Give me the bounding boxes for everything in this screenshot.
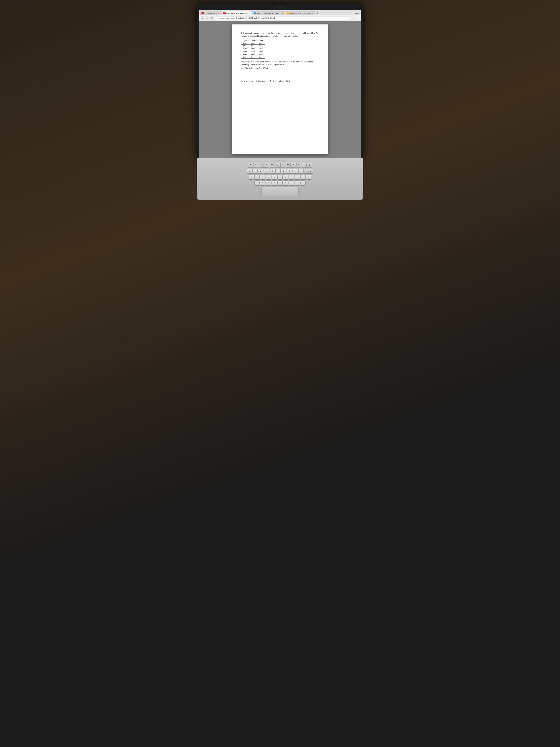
back-button[interactable]: ‹ — [201, 16, 204, 20]
key-f[interactable]: F — [260, 180, 265, 186]
col-header-a: City A — [241, 39, 249, 42]
tab-bar: In Person Final ✕ Math 21 Final – Fall 2… — [199, 10, 361, 16]
key-f2[interactable]: ✦F2 — [248, 163, 253, 168]
cell-c5: 44000 — [257, 53, 265, 56]
key-f12[interactable]: 🔊F12 — [302, 163, 307, 168]
key-f4[interactable]: ⠿⠿F4 — [259, 163, 264, 168]
tab-close-2[interactable]: ✕ — [248, 12, 250, 15]
key-0[interactable]: )0 — [287, 169, 292, 174]
key-p[interactable]: P — [289, 175, 294, 180]
test-stat-label: Test Stat: 2.47 — [241, 67, 253, 69]
table-row: 45000 41500 49000 — [241, 50, 265, 53]
cell-a5: 46500 — [241, 53, 249, 56]
table-row: 49500 44000 51000 — [241, 56, 265, 58]
key-4[interactable]: $4 — [252, 169, 258, 174]
screen-inner: In Person Final ✕ Math 21 Final – Fall 2… — [199, 10, 361, 158]
pdf-favicon-2 — [223, 12, 225, 15]
drive-favicon — [287, 12, 289, 15]
keyboard: ✦F2 ⊞F3 ⠿⠿F4 ☀-F5 ☀+F6 ◄◄F7 ▶‖F8 ▶▶F9 ◀F… — [201, 163, 359, 186]
touchpad[interactable] — [262, 187, 298, 196]
cell-a2: 37000 — [241, 45, 249, 47]
tab-close-1[interactable]: ✕ — [218, 12, 220, 15]
key-y[interactable]: Y — [266, 175, 271, 180]
key-g[interactable]: G — [266, 180, 271, 186]
browser-chrome: In Person Final ✕ Math 21 Final – Fall 2… — [199, 10, 361, 21]
tab-close-3[interactable]: ✕ — [282, 12, 284, 15]
key-r[interactable]: R — [255, 175, 260, 180]
number-key-row: #3 $4 %5 ^6 &7 *8 (9 )0 _- += delete — [201, 169, 359, 174]
cell-c4: 49000 — [257, 50, 265, 53]
cell-b3: 40000 — [249, 47, 257, 50]
cell-a1: 42000 — [241, 42, 249, 45]
key-f5[interactable]: ☀-F5 — [264, 163, 269, 168]
key-delete[interactable]: delete — [304, 169, 313, 174]
address-input[interactable] — [215, 16, 350, 20]
key-t[interactable]: T — [260, 175, 265, 180]
test-stat-text: Test Stat: 2.47 p-value: 0.1178 — [241, 67, 319, 69]
tab-random-sample[interactable]: A random sample of 100 COS ✕ — [252, 11, 285, 16]
key-8[interactable]: *8 — [275, 169, 281, 174]
key-7[interactable]: &7 — [270, 169, 275, 174]
key-f6[interactable]: ☀+F6 — [270, 163, 274, 168]
key-f9[interactable]: ▶▶F9 — [286, 163, 291, 168]
key-u[interactable]: U — [272, 175, 277, 180]
camera-dot — [279, 7, 281, 8]
key-semicolon[interactable]: :; — [295, 180, 300, 186]
extra-tab[interactable]: chase — [352, 11, 360, 16]
key-equals[interactable]: += — [298, 169, 303, 174]
tab-in-person-final[interactable]: In Person Final ✕ — [200, 11, 221, 16]
tab-my-drive[interactable]: My Drive – Google Drive ✕ — [286, 11, 315, 16]
key-minus[interactable]: _- — [293, 169, 298, 174]
key-f7[interactable]: ◄◄F7 — [275, 163, 280, 168]
key-f3[interactable]: ⊞F3 — [254, 163, 258, 168]
cell-a6: 49500 — [241, 56, 249, 58]
key-f10[interactable]: ◀F10 — [291, 163, 296, 168]
cell-b5: 45000 — [249, 53, 257, 56]
key-k[interactable]: K — [283, 180, 288, 186]
key-power[interactable]: ⏻ — [307, 163, 312, 168]
pdf-favicon-1 — [202, 12, 204, 15]
test-claim-text: Test the claim that the mean number of c… — [241, 60, 319, 66]
tab-label-2: Math 21 Final – Fall 2009 — [226, 12, 247, 15]
key-h[interactable]: H — [272, 180, 277, 186]
new-tab-button[interactable]: + — [315, 10, 320, 16]
tab-math21[interactable]: Math 21 Final – Fall 2009 ✕ — [222, 11, 252, 16]
bottom-question: Have you proved that the number of sales… — [241, 80, 319, 82]
asdf-row: D F G H J K L :; "' — [201, 180, 359, 186]
key-o[interactable]: O — [283, 175, 288, 180]
question-body: A soft drink company is trying out three… — [241, 32, 319, 37]
toolbar-icons: ☆ ⋮ — [351, 16, 359, 20]
cell-b6: 44000 — [249, 56, 257, 58]
camera-notch — [199, 6, 361, 9]
key-j[interactable]: J — [277, 180, 283, 186]
key-d[interactable]: D — [255, 180, 260, 186]
key-5[interactable]: %5 — [258, 169, 263, 174]
star-icon[interactable]: ☆ — [351, 16, 355, 20]
key-9[interactable]: (9 — [281, 169, 286, 174]
table-row: 41000 40000 48500 — [241, 47, 265, 50]
forward-button[interactable]: › — [205, 16, 209, 20]
key-i[interactable]: I — [277, 175, 283, 180]
menu-icon[interactable]: ⋮ — [356, 16, 359, 20]
address-bar-row: ‹ › ↻ ☆ ⋮ — [199, 16, 361, 21]
tab-close-4[interactable]: ✕ — [311, 12, 313, 15]
col-header-c: City C — [257, 39, 265, 42]
key-l[interactable]: L — [289, 180, 294, 186]
key-lbracket[interactable]: {[ — [295, 175, 300, 180]
key-quote[interactable]: "' — [300, 180, 305, 186]
p-value-label: p-value: 0.1178 — [256, 67, 268, 69]
browser-content: 2. A soft drink company is trying out th… — [199, 21, 361, 158]
key-3[interactable]: #3 — [247, 169, 252, 174]
refresh-button[interactable]: ↻ — [210, 16, 214, 20]
screen-bezel: In Person Final ✕ Math 21 Final – Fall 2… — [197, 4, 363, 158]
col-header-b: City B — [249, 39, 257, 42]
pdf-page: 2. A soft drink company is trying out th… — [232, 24, 328, 154]
key-f11[interactable]: 🔇F11 — [296, 163, 301, 168]
cell-a3: 41000 — [241, 47, 249, 50]
cell-b4: 41500 — [249, 50, 257, 53]
key-rbracket[interactable]: }] — [300, 175, 305, 180]
key-f8[interactable]: ▶‖F8 — [281, 163, 285, 168]
key-backslash[interactable]: |\ — [306, 175, 311, 180]
key-6[interactable]: ^6 — [264, 169, 269, 174]
key-e[interactable]: E — [249, 175, 254, 180]
